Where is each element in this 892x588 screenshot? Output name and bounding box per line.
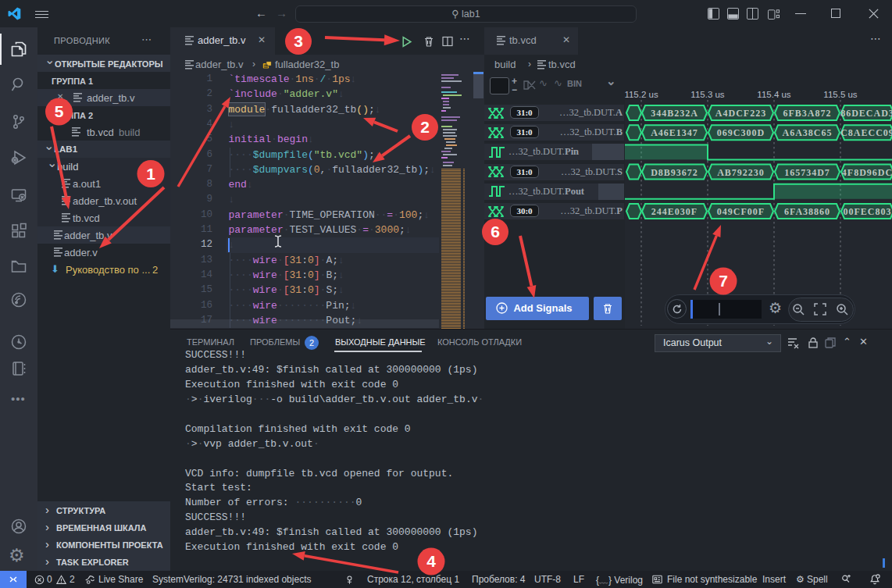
svg-text:069C300D: 069C300D (717, 127, 765, 138)
svg-text:115.3 us: 115.3 us (690, 90, 725, 99)
svg-text:00FEC803: 00FEC803 (844, 206, 892, 217)
svg-text:049CF00F: 049CF00F (717, 206, 765, 217)
svg-text:86DECAD3: 86DECAD3 (840, 108, 892, 119)
svg-text:115.2 us: 115.2 us (624, 90, 658, 99)
svg-text:C8AECC09: C8AECC09 (840, 127, 892, 138)
svg-text:D8B93672: D8B93672 (651, 167, 698, 178)
svg-text:244E030F: 244E030F (651, 206, 698, 217)
svg-text:6FB3A872: 6FB3A872 (783, 108, 832, 119)
svg-text:AB792230: AB792230 (717, 167, 765, 178)
svg-text:165734D7: 165734D7 (784, 167, 830, 178)
svg-text:4F8D96DC: 4F8D96DC (842, 167, 892, 178)
svg-text:115.5 us: 115.5 us (823, 90, 858, 99)
svg-text:A46E1347: A46E1347 (651, 127, 698, 138)
svg-text:6FA38860: 6FA38860 (784, 206, 830, 217)
svg-text:344B232A: 344B232A (651, 108, 698, 119)
svg-text:A6A38C65: A6A38C65 (783, 127, 833, 138)
svg-text:A4DCF223: A4DCF223 (715, 108, 766, 119)
svg-text:115.4 us: 115.4 us (757, 90, 791, 99)
